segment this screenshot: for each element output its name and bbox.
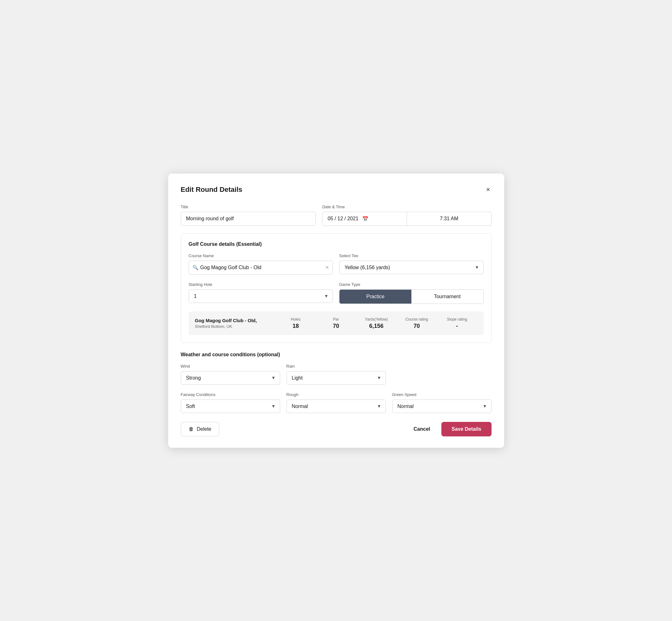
course-info-box: Gog Magog Golf Club - Old, Shelford Bott… — [189, 312, 484, 335]
green-speed-group: Green Speed Normal ▼ — [392, 392, 492, 413]
game-type-toggle: Practice Tournament — [339, 289, 484, 304]
course-rating-stat: Course rating 70 — [396, 317, 437, 329]
course-name-group: Course Name 🔍 ✕ — [189, 253, 333, 275]
par-label: Par — [316, 317, 356, 322]
golf-section-title: Golf Course details (Essential) — [189, 241, 484, 247]
clear-icon[interactable]: ✕ — [325, 264, 329, 271]
starting-hole-wrap: 1 ▼ — [189, 289, 333, 303]
wind-rain-row: Wind Strong ▼ Rain Light ▼ — [181, 364, 492, 385]
starting-hole-label: Starting Hole — [189, 282, 333, 287]
date-value: 05 / 12 / 2021 — [328, 216, 359, 221]
fairway-wrap: Soft ▼ — [181, 400, 280, 413]
fairway-select[interactable]: Soft — [181, 400, 280, 413]
close-button[interactable]: × — [485, 185, 492, 194]
search-icon: 🔍 — [193, 265, 199, 271]
green-speed-label: Green Speed — [392, 392, 492, 397]
datetime-group: Date & Time 05 / 12 / 2021 📅 7:31 AM — [322, 204, 491, 226]
hole-gametype-row: Starting Hole 1 ▼ Game Type Practice Tou… — [189, 282, 484, 304]
datetime-label: Date & Time — [322, 204, 491, 209]
yards-label: Yards(Yellow) — [356, 317, 396, 322]
rough-select[interactable]: Normal — [287, 400, 386, 413]
rain-select[interactable]: Light — [287, 371, 386, 385]
cancel-button[interactable]: Cancel — [411, 422, 432, 436]
course-name-label: Course Name — [189, 253, 333, 258]
practice-button[interactable]: Practice — [339, 290, 411, 303]
fairway-group: Fairway Conditions Soft ▼ — [181, 392, 280, 413]
bottom-right: Cancel Save Details — [411, 422, 492, 437]
holes-stat: Holes 18 — [276, 317, 316, 329]
trash-icon: 🗑 — [189, 426, 194, 432]
select-tee-label: Select Tee — [339, 253, 484, 258]
par-stat: Par 70 — [316, 317, 356, 329]
holes-label: Holes — [276, 317, 316, 322]
wind-wrap: Strong ▼ — [181, 371, 280, 385]
edit-round-modal: Edit Round Details × Title Date & Time 0… — [168, 173, 504, 448]
golf-course-section: Golf Course details (Essential) Course N… — [181, 234, 492, 343]
course-info-name: Gog Magog Golf Club - Old, Shelford Bott… — [195, 318, 276, 329]
rough-label: Rough — [287, 392, 386, 397]
starting-hole-group: Starting Hole 1 ▼ — [189, 282, 333, 304]
holes-value: 18 — [276, 323, 316, 329]
conditions-row: Fairway Conditions Soft ▼ Rough Normal ▼ — [181, 392, 492, 413]
title-group: Title — [181, 204, 316, 226]
course-rating-label: Course rating — [396, 317, 437, 322]
slope-rating-stat: Slope rating - — [437, 317, 477, 329]
game-type-group: Game Type Practice Tournament — [339, 282, 484, 304]
weather-title: Weather and course conditions (optional) — [181, 352, 492, 358]
delete-label: Delete — [197, 426, 211, 432]
date-time-row: 05 / 12 / 2021 📅 7:31 AM — [322, 212, 491, 226]
select-tee-select[interactable]: Yellow (6,156 yards) — [339, 261, 484, 274]
wind-select[interactable]: Strong — [181, 371, 280, 385]
rain-wrap: Light ▼ — [287, 371, 386, 385]
slope-rating-value: - — [437, 323, 477, 329]
wind-group: Wind Strong ▼ — [181, 364, 280, 385]
rough-wrap: Normal ▼ — [287, 400, 386, 413]
tournament-button[interactable]: Tournament — [411, 290, 483, 303]
course-name-input-wrap: 🔍 ✕ — [189, 261, 333, 275]
game-type-label: Game Type — [339, 282, 484, 287]
modal-title: Edit Round Details — [181, 185, 243, 194]
delete-button[interactable]: 🗑 Delete — [181, 422, 219, 437]
fairway-label: Fairway Conditions — [181, 392, 280, 397]
rain-label: Rain — [287, 364, 386, 369]
weather-section: Weather and course conditions (optional)… — [181, 352, 492, 413]
title-datetime-row: Title Date & Time 05 / 12 / 2021 📅 7:31 … — [181, 204, 492, 226]
wind-label: Wind — [181, 364, 280, 369]
course-tee-row: Course Name 🔍 ✕ Select Tee Yellow (6,156… — [189, 253, 484, 275]
title-label: Title — [181, 204, 316, 209]
yards-stat: Yards(Yellow) 6,156 — [356, 317, 396, 329]
rain-group: Rain Light ▼ — [287, 364, 386, 385]
rough-group: Rough Normal ▼ — [287, 392, 386, 413]
modal-header: Edit Round Details × — [181, 185, 492, 194]
calendar-icon: 📅 — [362, 216, 369, 222]
course-name-input[interactable] — [189, 261, 333, 275]
select-tee-group: Select Tee Yellow (6,156 yards) ▼ — [339, 253, 484, 275]
date-field[interactable]: 05 / 12 / 2021 📅 — [322, 212, 407, 226]
par-value: 70 — [316, 323, 356, 329]
select-tee-wrap: Yellow (6,156 yards) ▼ — [339, 261, 484, 274]
starting-hole-select[interactable]: 1 — [189, 289, 333, 303]
title-input[interactable] — [181, 212, 316, 225]
green-speed-wrap: Normal ▼ — [392, 400, 492, 413]
save-button[interactable]: Save Details — [442, 422, 491, 437]
yards-value: 6,156 — [356, 323, 396, 329]
slope-rating-label: Slope rating — [437, 317, 477, 322]
bottom-row: 🗑 Delete Cancel Save Details — [181, 422, 492, 437]
time-field[interactable]: 7:31 AM — [407, 212, 492, 226]
time-value: 7:31 AM — [440, 216, 458, 221]
green-speed-select[interactable]: Normal — [392, 400, 492, 413]
course-location: Shelford Bottom, UK — [195, 324, 276, 329]
course-rating-value: 70 — [396, 323, 437, 329]
course-name-display: Gog Magog Golf Club - Old, — [195, 318, 276, 323]
